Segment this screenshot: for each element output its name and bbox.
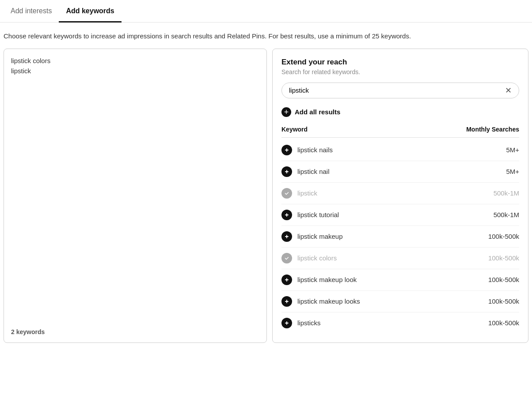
main-content: lipstick colorslipstick 2 keywords Exten… xyxy=(0,49,532,346)
result-keyword-text: lipstick xyxy=(297,189,475,197)
selected-keywords-panel: lipstick colorslipstick 2 keywords xyxy=(4,49,267,343)
added-icon xyxy=(281,253,292,263)
result-row[interactable]: lipstick tutorial500k-1M xyxy=(281,204,519,226)
result-row[interactable]: lipstick nails5M+ xyxy=(281,139,519,161)
result-row[interactable]: lipstick500k-1M xyxy=(281,183,519,204)
result-monthly-searches: 100k-500k xyxy=(475,319,519,327)
search-box: ✕ xyxy=(281,83,519,98)
svg-point-2 xyxy=(284,190,290,196)
add-keyword-icon xyxy=(281,145,292,155)
column-header-monthly: Monthly Searches xyxy=(466,126,519,133)
add-keyword-icon xyxy=(281,275,292,285)
result-monthly-searches: 500k-1M xyxy=(475,189,519,197)
result-row[interactable]: lipstick makeup looks100k-500k xyxy=(281,291,519,312)
result-row[interactable]: lipstick makeup look100k-500k xyxy=(281,269,519,291)
keyword-search-input[interactable] xyxy=(289,87,505,94)
results-header: Keyword Monthly Searches xyxy=(281,124,519,138)
extend-reach-panel: Extend your reach Search for related key… xyxy=(272,49,528,343)
result-monthly-searches: 100k-500k xyxy=(475,254,519,262)
tab-interests[interactable]: Add interests xyxy=(4,0,59,23)
result-monthly-searches: 100k-500k xyxy=(475,276,519,283)
clear-search-button[interactable]: ✕ xyxy=(505,87,512,94)
svg-point-5 xyxy=(284,255,290,261)
result-row[interactable]: lipstick makeup100k-500k xyxy=(281,226,519,248)
result-keyword-text: lipsticks xyxy=(297,319,475,327)
add-all-icon: + xyxy=(281,107,291,117)
result-monthly-searches: 5M+ xyxy=(475,146,519,154)
result-keyword-text: lipstick nail xyxy=(297,168,475,175)
add-keyword-icon xyxy=(281,210,292,220)
result-monthly-searches: 5M+ xyxy=(475,168,519,175)
result-keyword-text: lipstick tutorial xyxy=(297,211,475,218)
add-keyword-icon xyxy=(281,296,292,307)
selected-keyword-item: lipstick xyxy=(11,66,259,75)
result-keyword-text: lipstick nails xyxy=(297,146,475,154)
result-row[interactable]: lipsticks100k-500k xyxy=(281,312,519,334)
result-keyword-text: lipstick makeup look xyxy=(297,276,475,283)
result-row[interactable]: lipstick colors100k-500k xyxy=(281,248,519,269)
result-keyword-text: lipstick colors xyxy=(297,254,475,262)
selected-keywords-list: lipstick colorslipstick xyxy=(11,56,259,75)
added-icon xyxy=(281,188,292,199)
add-all-row[interactable]: + Add all results xyxy=(281,107,519,117)
result-monthly-searches: 100k-500k xyxy=(475,297,519,305)
add-keyword-icon xyxy=(281,318,292,328)
result-keyword-text: lipstick makeup xyxy=(297,233,475,240)
extend-subtitle: Search for related keywords. xyxy=(281,68,519,75)
page-description: Choose relevant keywords to increase ad … xyxy=(0,23,526,49)
result-monthly-searches: 100k-500k xyxy=(475,233,519,240)
tabs-container: Add interests Add keywords xyxy=(0,0,532,23)
selected-keyword-item: lipstick colors xyxy=(11,56,259,65)
results-list: lipstick nails5M+ lipstick nail5M+ lipst… xyxy=(281,139,519,334)
add-all-label: Add all results xyxy=(295,108,340,116)
result-row[interactable]: lipstick nail5M+ xyxy=(281,161,519,183)
add-keyword-icon xyxy=(281,166,292,177)
extend-title: Extend your reach xyxy=(281,58,519,67)
result-keyword-text: lipstick makeup looks xyxy=(297,297,475,305)
tab-keywords[interactable]: Add keywords xyxy=(59,0,121,23)
keywords-count: 2 keywords xyxy=(11,328,45,335)
column-header-keyword: Keyword xyxy=(281,126,308,133)
result-monthly-searches: 500k-1M xyxy=(475,211,519,218)
add-keyword-icon xyxy=(281,231,292,242)
